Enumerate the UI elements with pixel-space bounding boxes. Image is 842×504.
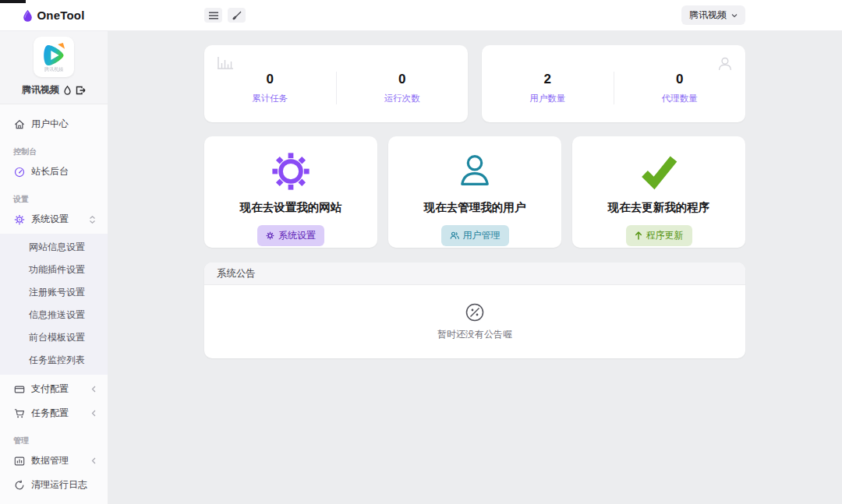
arrow-up-icon — [635, 231, 642, 240]
action-cards-row: 现在去设置我的网站 系统设置 现在去管理我的用户 — [204, 136, 745, 248]
big-gear-icon — [270, 150, 312, 193]
topbar: OneTool 腾讯视频 — [0, 0, 842, 31]
stat-label: 代理数量 — [662, 93, 698, 104]
topbar-main: 腾讯视频 — [108, 0, 842, 30]
no-data-icon — [465, 302, 485, 322]
action-card-title: 现在去更新我的程序 — [608, 200, 710, 215]
update-program-card: 现在去更新我的程序 程序更新 — [572, 136, 745, 248]
sidebar-section-console: 控制台 — [13, 146, 96, 157]
brand[interactable]: OneTool — [0, 0, 108, 30]
site-switcher-label: 腾讯视频 — [689, 9, 727, 22]
screenshot-artifact — [0, 0, 26, 3]
cart-icon — [13, 407, 25, 419]
sidebar-item-label: 站长后台 — [31, 165, 69, 178]
gear-icon — [13, 213, 25, 225]
manage-users-card: 现在去管理我的用户 用户管理 — [388, 136, 561, 248]
sidebar-item-label: 支付配置 — [31, 382, 69, 396]
brush-icon — [232, 11, 242, 20]
stat-cumulative-tasks: 0 累计任务 — [204, 64, 336, 104]
sidebar-item-label: 数据管理 — [31, 454, 69, 467]
site-switcher-dropdown[interactable]: 腾讯视频 — [681, 5, 745, 25]
expand-up-down-icon — [89, 216, 96, 224]
sidebar-item-label: 任务配置 — [31, 407, 69, 420]
droplet-icon[interactable] — [64, 86, 71, 95]
sidebar-menu: 用户中心 控制台 站长后台 设置 系统设置 — [0, 104, 108, 504]
stat-cards-row: 0 累计任务 0 运行次数 — [204, 45, 745, 122]
chevron-down-icon — [731, 12, 738, 19]
sidebar-item-label: 用户中心 — [31, 118, 69, 131]
main-content: 0 累计任务 0 运行次数 — [108, 31, 842, 504]
stat-value: 2 — [544, 72, 551, 87]
sidebar-site-name: 腾讯视频 — [22, 83, 59, 97]
stat-value: 0 — [267, 72, 274, 87]
sidebar-section-manage: 管理 — [13, 435, 96, 446]
topbar-buttons — [204, 8, 246, 23]
announcement-empty-state: 暂时还没有公告喔 — [204, 285, 745, 358]
button-label: 程序更新 — [646, 229, 684, 242]
setup-site-card: 现在去设置我的网站 系统设置 — [204, 136, 377, 248]
program-update-button[interactable]: 程序更新 — [626, 225, 692, 246]
submenu-item-register[interactable]: 注册账号设置 — [0, 281, 108, 304]
onetool-droplet-icon — [23, 9, 33, 22]
announcement-panel: 系统公告 暂时还没有公告喔 — [204, 263, 745, 358]
stat-value: 0 — [398, 72, 405, 87]
chevron-left-icon — [91, 410, 96, 417]
big-check-icon — [637, 150, 681, 193]
users-icon — [450, 231, 459, 240]
sidebar-item-user-center[interactable]: 用户中心 — [12, 112, 97, 136]
app-window: OneTool 腾讯视频 — [0, 0, 842, 504]
action-card-title: 现在去管理我的用户 — [424, 200, 526, 215]
submenu-item-push[interactable]: 信息推送设置 — [0, 304, 108, 326]
system-settings-button[interactable]: 系统设置 — [257, 225, 324, 246]
announcement-empty-text: 暂时还没有公告喔 — [437, 328, 512, 341]
refresh-icon — [13, 479, 25, 491]
submenu-item-site-info[interactable]: 网站信息设置 — [0, 236, 108, 259]
submenu-item-template[interactable]: 前台模板设置 — [0, 326, 108, 349]
submenu-item-task-monitor[interactable]: 任务监控列表 — [0, 349, 108, 372]
chevron-left-icon — [91, 457, 96, 464]
sidebar-item-task-config[interactable]: 任务配置 — [12, 401, 97, 425]
chevron-left-icon — [91, 386, 96, 393]
sidebar-site-header: 腾讯视频 腾讯视频 — [0, 31, 108, 104]
site-logo[interactable]: 腾讯视频 — [34, 37, 74, 77]
sidebar-item-label: 系统设置 — [31, 213, 69, 226]
sidebar-item-clear-logs[interactable]: 清理运行日志 — [12, 473, 97, 497]
gauge-icon — [13, 166, 25, 178]
sidebar-section-settings: 设置 — [13, 194, 96, 205]
sidebar: 腾讯视频 腾讯视频 用户中心 — [0, 31, 108, 504]
logo-watermark-text: 腾讯视频 — [44, 67, 63, 72]
button-label: 系统设置 — [278, 229, 316, 242]
brand-name: OneTool — [37, 9, 84, 22]
home-icon — [13, 118, 25, 130]
sidebar-item-label: 清理运行日志 — [31, 478, 87, 492]
hamburger-icon — [209, 12, 218, 19]
gear-icon — [266, 231, 274, 240]
action-card-title: 现在去设置我的网站 — [240, 200, 342, 215]
sidebar-item-data-manage[interactable]: 数据管理 — [12, 449, 97, 473]
user-management-button[interactable]: 用户管理 — [441, 225, 509, 246]
stat-user-count: 2 用户数量 — [482, 64, 614, 104]
stat-run-count: 0 运行次数 — [337, 64, 469, 104]
users-stat-card: 2 用户数量 0 代理数量 — [482, 45, 745, 122]
stat-label: 累计任务 — [252, 93, 288, 104]
submenu-item-plugins[interactable]: 功能插件设置 — [0, 259, 108, 281]
sidebar-item-system-settings[interactable]: 系统设置 — [12, 207, 97, 231]
announcement-header: 系统公告 — [204, 263, 745, 285]
stat-value: 0 — [676, 72, 683, 87]
theme-brush-button[interactable] — [228, 8, 246, 23]
stat-label: 运行次数 — [384, 93, 420, 104]
stat-label: 用户数量 — [529, 93, 565, 104]
tasks-stat-card: 0 累计任务 0 运行次数 — [204, 45, 468, 122]
credit-card-icon — [13, 383, 25, 395]
button-label: 用户管理 — [463, 229, 501, 242]
announcement-title: 系统公告 — [217, 267, 256, 280]
collapse-menu-button[interactable] — [204, 8, 222, 23]
sidebar-item-payment-config[interactable]: 支付配置 — [12, 377, 97, 401]
system-settings-submenu: 网站信息设置 功能插件设置 注册账号设置 信息推送设置 前台模板设置 任务监控列… — [0, 234, 108, 375]
big-user-icon — [455, 150, 495, 193]
stat-agent-count: 0 代理数量 — [614, 64, 746, 104]
tencent-video-logo-icon — [40, 42, 68, 69]
bar-chart-icon — [13, 455, 25, 467]
sidebar-item-webmaster-panel[interactable]: 站长后台 — [12, 160, 97, 184]
logout-icon[interactable] — [76, 86, 86, 95]
